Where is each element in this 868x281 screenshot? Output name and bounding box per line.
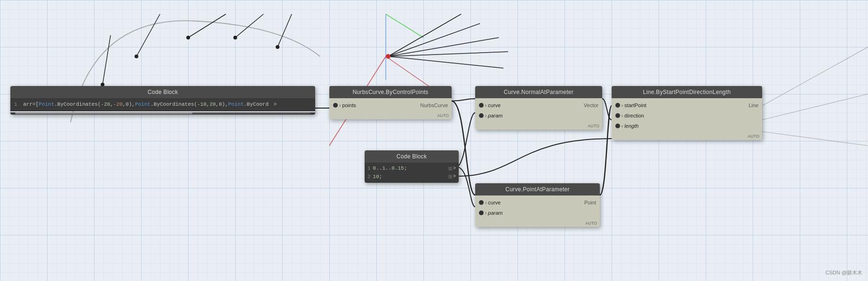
- nurbs-curve-output-label: NurbsCurve: [420, 102, 448, 108]
- code-small-line-2[interactable]: 2 10; >: [367, 173, 456, 181]
- code-block-small-title: Code Block: [397, 153, 427, 160]
- code-line-1[interactable]: 1 arr=[Point.ByCoordinates(-20,-20,0),Po…: [14, 101, 311, 109]
- code-block-large-header: Code Block: [10, 86, 315, 98]
- line-startpoint-row: › startPoint Line: [612, 100, 762, 110]
- line-bystart-title: Line.ByStartPointDirectionLength: [643, 89, 731, 95]
- curve-point-output-label: Point: [584, 200, 596, 205]
- curve-point-curve-label: curve: [488, 200, 501, 205]
- line-bystart-body: › startPoint Line › direction › length: [612, 98, 762, 133]
- curve-point-node: Curve.PointAtParameter › curve Point › p…: [475, 183, 600, 227]
- curve-normal-curve-row: › curve Vector: [475, 100, 602, 110]
- line-startpoint-label: startPoint: [624, 102, 646, 108]
- nurbs-curve-node: NurbsCurve.ByControlPoints › points Nurb…: [329, 86, 452, 119]
- line-startpoint-port[interactable]: [615, 103, 620, 108]
- line-direction-port[interactable]: [615, 113, 620, 118]
- curve-point-curve-port[interactable]: [479, 200, 484, 205]
- curve-point-param-port[interactable]: [479, 211, 484, 215]
- line-bystart-node: Line.ByStartPointDirectionLength › start…: [612, 86, 762, 140]
- line-direction-row: › direction: [612, 110, 762, 121]
- nurbs-auto-label: AUTO: [329, 112, 452, 119]
- line-direction-label: direction: [624, 113, 644, 118]
- curve-normal-header: Curve.NormalAtParameter: [475, 86, 602, 98]
- curve-point-param-label: param: [488, 210, 502, 216]
- line-length-port[interactable]: [615, 124, 620, 128]
- code-scrollbar[interactable]: [15, 112, 311, 114]
- curve-normal-title: Curve.NormalAtParameter: [504, 89, 573, 95]
- curve-normal-curve-label: curve: [488, 102, 501, 108]
- points-label: points: [342, 102, 356, 108]
- canvas-background: [0, 0, 868, 281]
- curve-point-param-row: › param: [475, 208, 600, 218]
- code-block-large-node: Code Block 1 arr=[Point.ByCoordinates(-2…: [10, 86, 315, 115]
- code-block-small-header: Code Block: [365, 150, 459, 163]
- curve-point-body: › curve Point › param: [475, 195, 600, 220]
- curve-normal-auto-label: AUTO: [475, 123, 602, 130]
- watermark: CSDN @噼木木: [826, 269, 862, 276]
- code-block-small-node: Code Block 1 0..1..0.15; > 2 10; >: [365, 150, 459, 183]
- code-block-small-body: 1 0..1..0.15; > 2 10; >: [365, 163, 459, 183]
- curve-point-auto-label: AUTO: [475, 220, 600, 227]
- line-number-1: 1: [14, 101, 17, 107]
- line-output-label: Line: [749, 102, 758, 108]
- points-port[interactable]: [333, 103, 338, 108]
- code-small-out2-port[interactable]: [448, 175, 452, 179]
- curve-point-title: Curve.PointAtParameter: [505, 186, 570, 193]
- nurbs-curve-body: › points NurbsCurve: [329, 98, 452, 112]
- code-small-out1-port[interactable]: [448, 167, 452, 171]
- nurbs-curve-header: NurbsCurve.ByControlPoints: [329, 86, 452, 98]
- curve-point-curve-row: › curve Point: [475, 197, 600, 208]
- nurbs-points-row: › points NurbsCurve: [329, 100, 452, 110]
- curve-normal-param-row: › param: [475, 110, 602, 121]
- curve-point-header: Curve.PointAtParameter: [475, 183, 600, 195]
- curve-normal-param-port[interactable]: [479, 113, 484, 118]
- code-block-large-title: Code Block: [148, 89, 178, 95]
- curve-normal-node: Curve.NormalAtParameter › curve Vector ›…: [475, 86, 602, 130]
- nurbs-curve-title: NurbsCurve.ByControlPoints: [352, 89, 428, 95]
- line-length-label: length: [624, 123, 638, 129]
- curve-normal-param-label: param: [488, 113, 502, 118]
- code-small-line-1[interactable]: 1 0..1..0.15; >: [367, 164, 456, 173]
- line-auto-label: AUTO: [612, 133, 762, 140]
- line-bystart-header: Line.ByStartPointDirectionLength: [612, 86, 762, 98]
- curve-normal-curve-port[interactable]: [479, 103, 484, 108]
- curve-normal-vector-label: Vector: [584, 102, 598, 108]
- curve-normal-body: › curve Vector › param: [475, 98, 602, 123]
- line-length-row: › length: [612, 121, 762, 131]
